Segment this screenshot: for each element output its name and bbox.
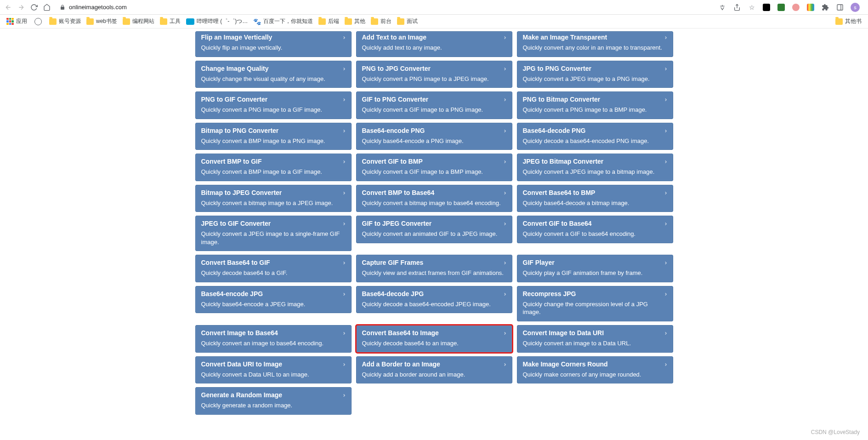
tool-title: Convert GIF to Base64	[523, 220, 667, 227]
tool-desc: Quickly base64-encode a PNG image.	[362, 137, 506, 145]
tool-desc: Quickly convert a BMP image to a GIF ima…	[201, 168, 346, 176]
tool-card[interactable]: JPEG to GIF ConverterQuickly convert a J…	[195, 216, 352, 251]
bookmark-item[interactable]: 其他	[342, 16, 368, 27]
chevron-right-icon	[664, 97, 668, 103]
home-button[interactable]	[42, 3, 51, 12]
chevron-right-icon	[342, 361, 346, 368]
tool-card[interactable]: Base64-decode JPGQuickly decode a base64…	[356, 286, 512, 314]
tool-card[interactable]: Bitmap to JPEG ConverterQuickly convert …	[195, 185, 352, 212]
tool-title: Add Text to an Image	[362, 34, 506, 41]
panel-icon[interactable]	[836, 3, 844, 11]
tool-card[interactable]: Convert Base64 to GIFQuickly decode base…	[195, 255, 352, 282]
tool-card[interactable]: GIF PlayerQuickly play a GIF animation f…	[517, 255, 673, 282]
tool-title: PNG to JPG Converter	[362, 65, 506, 72]
tool-card[interactable]: Convert GIF to BMPQuickly convert a GIF …	[356, 154, 512, 181]
tool-card[interactable]: Add Text to an ImageQuickly add text to …	[356, 31, 512, 57]
tool-card[interactable]: Generate a Random ImageQuickly generate …	[195, 387, 352, 415]
apps-label: 应用	[16, 17, 27, 25]
chevron-right-icon	[342, 159, 346, 165]
globe-icon	[34, 18, 42, 25]
bookmark-item[interactable]: 工具	[157, 16, 183, 27]
tool-card[interactable]: Convert Image to Data URIQuickly convert…	[517, 325, 673, 353]
svg-rect-0	[837, 5, 843, 10]
tool-card[interactable]: Capture GIF FramesQuickly view and extra…	[356, 255, 512, 282]
extensions-icon[interactable]	[821, 3, 829, 11]
tool-desc: Quickly convert a PNG image to a BMP ima…	[523, 106, 667, 114]
tool-card[interactable]: JPG to PNG ConverterQuickly convert a JP…	[517, 61, 673, 88]
tool-card[interactable]: Change Image QualityQuickly change the v…	[195, 61, 352, 88]
back-button[interactable]	[4, 3, 13, 12]
tool-card[interactable]: Convert GIF to Base64Quickly convert a G…	[517, 216, 673, 243]
tool-card[interactable]: GIF to PNG ConverterQuickly convert a GI…	[356, 91, 512, 119]
tool-card[interactable]: Convert BMP to Base64Quickly convert a b…	[356, 185, 512, 212]
tool-title: Base64-decode JPG	[362, 290, 506, 297]
translate-icon[interactable]	[718, 3, 726, 11]
bookmark-item[interactable]: 账号资源	[46, 16, 84, 27]
tool-desc: Quickly base64-decode a bitmap image.	[523, 199, 667, 207]
tool-card[interactable]: Convert Image to Base64Quickly convert a…	[195, 325, 352, 353]
tool-card[interactable]: Convert Data URI to ImageQuickly convert…	[195, 356, 352, 384]
reload-button[interactable]	[29, 3, 39, 12]
bookmark-item[interactable]: web书签	[84, 16, 120, 27]
tool-card[interactable]: PNG to Bitmap ConverterQuickly convert a…	[517, 91, 673, 119]
tool-card[interactable]: Make Image Corners RoundQuickly make cor…	[517, 356, 673, 384]
folder-icon	[345, 18, 352, 25]
chevron-right-icon	[503, 291, 507, 297]
tool-card[interactable]: GIF to JPEG ConverterQuickly convert an …	[356, 216, 512, 243]
browser-toolbar: onlineimagetools.com ☆ s	[0, 0, 868, 15]
bookmark-overflow[interactable]: 其他书	[833, 16, 864, 27]
chevron-right-icon	[664, 34, 668, 41]
tool-card[interactable]: PNG to GIF ConverterQuickly convert a PN…	[195, 91, 352, 119]
bookmark-label: 百度一下，你就知道	[263, 17, 313, 25]
tool-card[interactable]: PNG to JPG ConverterQuickly convert a PN…	[356, 61, 512, 88]
chevron-right-icon	[664, 361, 668, 368]
tool-card[interactable]: Flip an Image VerticallyQuickly flip an …	[195, 31, 352, 57]
bookmark-item[interactable]: 面试	[394, 16, 420, 27]
profile-avatar[interactable]: s	[851, 3, 860, 12]
tool-desc: Quickly base64-encode a JPEG image.	[201, 300, 346, 309]
tool-desc: Quickly convert a GIF image to a BMP ima…	[362, 168, 506, 176]
tool-card[interactable]: Convert Base64 to BMPQuickly base64-deco…	[517, 185, 673, 212]
url-bar[interactable]: onlineimagetools.com	[55, 4, 715, 11]
ext-icon-1[interactable]	[762, 3, 771, 11]
bookmark-item[interactable]: 编程网站	[120, 16, 157, 27]
ext-icon-4[interactable]	[806, 3, 815, 11]
bookmark-overflow-label: 其他书	[845, 17, 862, 25]
tool-title: Capture GIF Frames	[362, 259, 506, 266]
share-icon[interactable]	[733, 3, 741, 11]
tool-desc: Quickly decode a base64-encoded PNG imag…	[523, 137, 667, 145]
tool-title: Convert Base64 to BMP	[523, 189, 667, 196]
forward-button[interactable]	[17, 3, 26, 12]
tool-card[interactable]: Make an Image TransparentQuickly convert…	[517, 31, 673, 57]
bookmark-label: 哔哩哔哩 (゜-゜)つ…	[197, 17, 248, 25]
tool-card[interactable]: Convert Base64 to ImageQuickly decode ba…	[356, 325, 512, 353]
chevron-right-icon	[664, 221, 668, 227]
tool-card[interactable]: JPEG to Bitmap ConverterQuickly convert …	[517, 154, 673, 181]
tool-card[interactable]: Convert BMP to GIFQuickly convert a BMP …	[195, 154, 352, 181]
tool-card[interactable]: Recompress JPGQuickly change the compres…	[517, 286, 673, 321]
bookmark-item[interactable]: 前台	[368, 16, 394, 27]
bookmark-item[interactable]: 🐾百度一下，你就知道	[250, 16, 316, 27]
ext-icon-2[interactable]	[777, 3, 785, 11]
tool-title: GIF Player	[523, 259, 667, 266]
bookmark-globe[interactable]	[32, 16, 45, 27]
tool-card[interactable]: Base64-decode PNGQuickly decode a base64…	[517, 123, 673, 150]
tool-card[interactable]: Base64-encode JPGQuickly base64-encode a…	[195, 286, 352, 314]
bookmark-item[interactable]: 后端	[316, 16, 342, 27]
bookmark-item[interactable]: 哔哩哔哩 (゜-゜)つ…	[183, 16, 250, 27]
tool-card[interactable]: Base64-encode PNGQuickly base64-encode a…	[356, 123, 512, 150]
chevron-right-icon	[342, 392, 346, 399]
bookmark-star-icon[interactable]: ☆	[748, 3, 756, 11]
tool-card[interactable]: Bitmap to PNG ConverterQuickly convert a…	[195, 123, 352, 150]
apps-button[interactable]: 应用	[4, 16, 30, 27]
tool-card[interactable]: Add a Border to an ImageQuickly add a bo…	[356, 356, 512, 384]
tool-title: Convert Data URI to Image	[201, 360, 346, 368]
apps-icon	[6, 18, 14, 25]
folder-icon	[397, 18, 404, 25]
tool-desc: Quickly convert an animated GIF to a JPE…	[362, 230, 506, 238]
tool-title: Convert Image to Data URI	[523, 329, 667, 337]
paw-icon: 🐾	[253, 18, 261, 25]
chevron-right-icon	[664, 66, 668, 72]
tool-title: JPG to PNG Converter	[523, 65, 667, 72]
ext-icon-3[interactable]	[792, 3, 800, 11]
